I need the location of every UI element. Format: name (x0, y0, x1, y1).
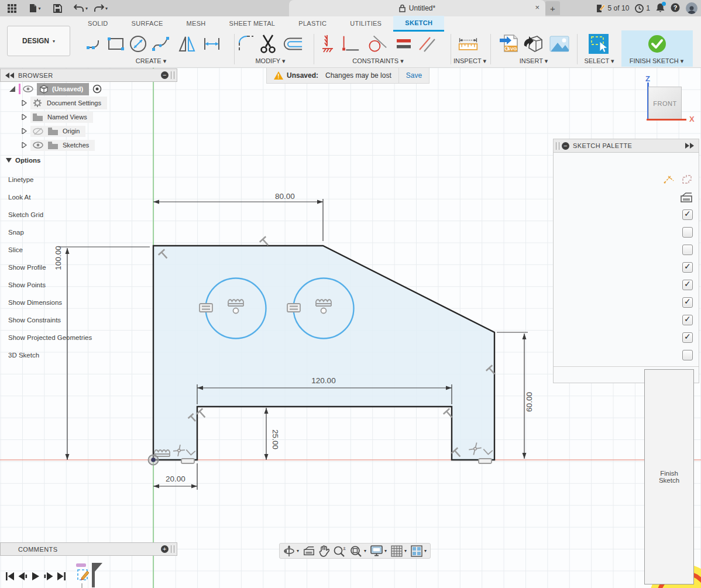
3d-sketch-checkbox[interactable] (682, 350, 693, 360)
item-label[interactable]: Named Views (47, 114, 87, 121)
browser-item-document-settings[interactable]: Document Settings (0, 96, 177, 110)
timeline-step-back-icon[interactable] (16, 570, 29, 582)
collapse-icon[interactable] (5, 73, 15, 78)
new-tab-button[interactable]: + (545, 1, 560, 15)
projected-linetype-icon[interactable] (681, 174, 693, 185)
create-circle-icon[interactable] (128, 33, 149, 55)
palette-header[interactable]: − SKETCH PALETTE (554, 139, 699, 153)
browser-minimize-icon[interactable]: − (161, 71, 169, 79)
modify-group-label[interactable]: MODIFY ▾ (255, 57, 285, 65)
expand-icon[interactable] (21, 114, 27, 120)
palette-minimize-icon[interactable]: − (562, 142, 569, 150)
redo-icon[interactable]: ▾ (94, 1, 108, 15)
modify-fillet-icon[interactable] (236, 33, 257, 55)
show-constraints-checkbox[interactable] (682, 315, 693, 325)
hidden-eye-icon[interactable] (33, 128, 43, 135)
save-icon[interactable] (50, 1, 64, 15)
viewcube-front-face[interactable]: FRONT (648, 87, 682, 120)
timeline-marker[interactable] (91, 563, 103, 587)
timeline-play-icon[interactable] (29, 570, 42, 582)
inspect-measure-icon[interactable] (458, 33, 479, 55)
app-grid-icon[interactable] (5, 1, 19, 15)
create-mirror-icon[interactable] (177, 33, 198, 55)
insert-mesh-icon[interactable] (523, 33, 544, 55)
constraint-equal-icon[interactable] (393, 33, 414, 55)
item-label[interactable]: Document Settings (47, 99, 101, 106)
constraint-fix-icon[interactable] (317, 33, 338, 55)
browser-item-origin[interactable]: Origin (0, 124, 177, 138)
zoom-icon[interactable]: ± (334, 545, 346, 557)
display-settings-icon[interactable]: ▾ (370, 545, 387, 556)
activate-icon[interactable] (92, 84, 102, 94)
undo-icon[interactable]: ▾ (74, 1, 88, 15)
browser-item-named-views[interactable]: Named Views (0, 110, 177, 124)
sketch-grid-checkbox[interactable] (682, 209, 693, 220)
timeline-skip-end-icon[interactable] (55, 570, 68, 582)
palette-options-section[interactable]: Options (6, 157, 40, 164)
tab-mesh[interactable]: MESH (175, 16, 218, 30)
modify-offset-icon[interactable] (282, 33, 303, 55)
viewports-icon[interactable]: ▾ (411, 545, 427, 557)
constraint-parallel-icon[interactable] (417, 33, 438, 55)
item-label[interactable]: Sketches (63, 142, 89, 149)
expand-icon[interactable] (21, 100, 27, 106)
create-group-label[interactable]: CREATE ▾ (136, 57, 166, 65)
insert-canvas-icon[interactable] (549, 33, 570, 55)
timeline-sketch-feature[interactable] (76, 565, 103, 588)
file-menu-icon[interactable]: ▾ (28, 1, 42, 15)
tab-surface[interactable]: SURFACE (120, 16, 175, 30)
show-dimensions-checkbox[interactable] (682, 297, 693, 308)
grid-settings-icon[interactable]: ▾ (391, 545, 407, 557)
panel-grip[interactable] (171, 545, 174, 553)
show-points-checkbox[interactable] (682, 280, 693, 290)
visible-eye-icon[interactable] (23, 85, 33, 92)
tab-sheet-metal[interactable]: SHEET METAL (218, 16, 287, 30)
slice-checkbox[interactable] (682, 245, 693, 255)
panel-grip[interactable] (556, 142, 559, 150)
browser-item-sketches[interactable]: Sketches (0, 138, 177, 152)
avatar[interactable] (686, 2, 697, 14)
constraint-tangent-icon[interactable] (366, 33, 387, 55)
close-tab-icon[interactable]: × (535, 3, 540, 12)
constraints-group-label[interactable]: CONSTRAINTS ▾ (352, 57, 403, 65)
constraint-horizontal-vertical-icon[interactable] (339, 33, 360, 55)
show-profile-checkbox[interactable] (682, 262, 693, 273)
origin-point[interactable] (149, 455, 159, 465)
save-link[interactable]: Save (399, 68, 429, 83)
fit-icon[interactable]: ▾ (350, 545, 366, 557)
create-rectangle-icon[interactable] (105, 33, 126, 55)
finish-sketch-button[interactable]: Finish Sketch (644, 369, 694, 584)
dim-label-120[interactable]: 120.00 (311, 376, 335, 385)
create-spline-icon[interactable] (151, 33, 172, 55)
tab-plastic[interactable]: PLASTIC (287, 16, 338, 30)
create-line-icon[interactable] (84, 33, 105, 55)
help[interactable]: ? (671, 3, 680, 14)
timeline-step-forward-icon[interactable] (42, 570, 55, 582)
expand-panel-icon[interactable] (685, 143, 694, 149)
look-at-icon[interactable] (303, 546, 315, 556)
job-status[interactable]: 1 (635, 4, 650, 13)
browser-root-label[interactable]: (Unsaved) (52, 85, 83, 92)
expand-icon[interactable] (21, 142, 27, 148)
add-comment-icon[interactable]: + (161, 545, 169, 553)
show-projected-checkbox[interactable] (682, 332, 693, 343)
snap-checkbox[interactable] (682, 227, 693, 238)
pan-icon[interactable] (319, 545, 329, 557)
document-tab[interactable]: Untitled* × (289, 0, 545, 16)
expand-icon[interactable] (21, 128, 27, 134)
timeline-skip-start-icon[interactable] (4, 570, 16, 582)
tab-utilities[interactable]: UTILITIES (338, 16, 393, 30)
item-label[interactable]: Origin (63, 128, 80, 135)
finish-sketch-group-label[interactable]: FINISH SKETCH ▾ (630, 57, 683, 65)
insert-svg-icon[interactable]: SVG (499, 33, 520, 55)
section-collapse-icon[interactable] (6, 158, 12, 163)
orbit-icon[interactable]: ▾ (283, 545, 299, 557)
expanded-icon[interactable] (9, 86, 15, 92)
finish-sketch-icon[interactable] (647, 33, 668, 55)
dim-label-60[interactable]: 60.00 (525, 392, 534, 412)
panel-grip[interactable] (171, 71, 174, 79)
select-tool-icon[interactable] (588, 33, 609, 55)
visible-eye-icon[interactable] (33, 142, 43, 149)
dim-label-25[interactable]: 25.00 (271, 429, 280, 449)
viewcube[interactable]: Z FRONT X (641, 73, 699, 129)
